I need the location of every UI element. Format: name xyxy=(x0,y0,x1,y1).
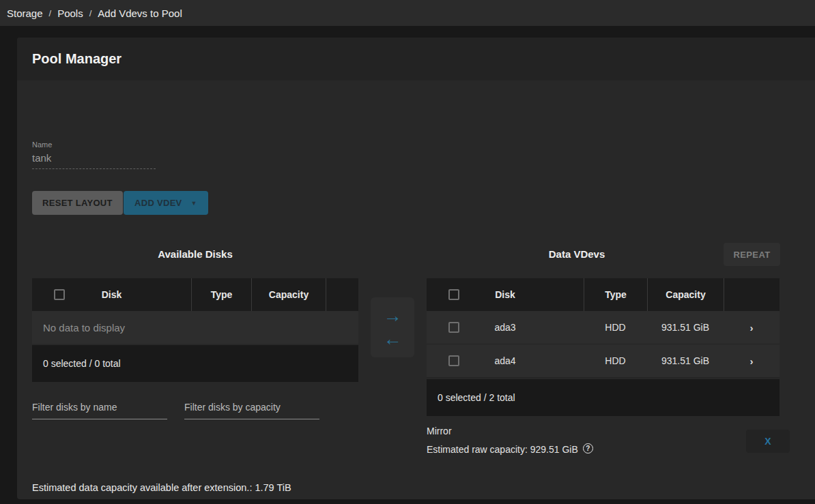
breadcrumb-current: Add Vdevs to Pool xyxy=(98,8,182,19)
filter-name-field xyxy=(32,401,167,419)
estimated-capacity-text: Estimated data capacity available after … xyxy=(32,482,291,493)
disk-cell: ada4 xyxy=(427,344,584,377)
header-disk-cell: Disk xyxy=(427,278,584,311)
column-type: Type xyxy=(191,278,251,311)
column-actions xyxy=(326,278,358,311)
card-body: Name tank RESET LAYOUT ADD VDEV ▼ Availa… xyxy=(17,80,815,499)
header-disk-cell: Disk xyxy=(32,278,191,311)
disk-type: HDD xyxy=(584,311,647,344)
column-capacity: Capacity xyxy=(251,278,326,311)
chevron-down-icon: ▼ xyxy=(191,200,197,207)
column-actions xyxy=(724,278,780,311)
disk-capacity: 931.51 GiB xyxy=(647,311,724,344)
breadcrumb: Storage / Pools / Add Vdevs to Pool xyxy=(0,0,815,26)
table-row[interactable]: ada3 HDD 931.51 GiB › xyxy=(427,311,780,344)
add-vdev-label: ADD VDEV xyxy=(134,198,182,208)
select-all-checkbox[interactable] xyxy=(54,289,65,300)
row-checkbox[interactable] xyxy=(448,322,459,333)
data-vdevs-footer: 0 selected / 2 total xyxy=(427,379,780,416)
reset-layout-button[interactable]: RESET LAYOUT xyxy=(32,191,123,215)
column-type: Type xyxy=(584,278,647,311)
disk-cell: ada3 xyxy=(427,311,584,344)
breadcrumb-storage[interactable]: Storage xyxy=(7,8,43,19)
select-all-checkbox[interactable] xyxy=(448,289,459,300)
pool-name-value: tank xyxy=(32,152,156,169)
remove-vdev-button[interactable]: X xyxy=(746,430,790,453)
disk-name: ada4 xyxy=(494,355,515,366)
table-header: Disk Type Capacity xyxy=(32,278,358,311)
available-disks-table: Disk Type Capacity No data to display 0 … xyxy=(32,278,358,382)
pool-manager-screen: Storage / Pools / Add Vdevs to Pool Pool… xyxy=(0,0,815,504)
vdev-info: Mirror Estimated raw capacity: 929.51 Gi… xyxy=(427,426,593,455)
add-vdev-dropdown-button[interactable]: ADD VDEV ▼ xyxy=(124,191,208,215)
page-title: Pool Manager xyxy=(32,51,121,67)
data-vdevs-table: Disk Type Capacity ada3 HDD 931.51 GiB › xyxy=(427,278,780,416)
disk-type: HDD xyxy=(584,344,647,377)
available-disks-title: Available Disks xyxy=(32,248,358,260)
chevron-right-icon[interactable]: › xyxy=(750,322,754,333)
disk-name: ada3 xyxy=(494,322,515,333)
table-row[interactable]: ada4 HDD 931.51 GiB › xyxy=(427,344,780,378)
filter-disks-by-capacity-input[interactable] xyxy=(184,402,319,419)
column-capacity: Capacity xyxy=(647,278,724,311)
raw-capacity-text: Estimated raw capacity: 929.51 GiB xyxy=(427,444,578,455)
breadcrumb-separator: / xyxy=(49,8,52,18)
row-checkbox[interactable] xyxy=(448,355,459,366)
column-disk: Disk xyxy=(495,289,515,300)
table-header: Disk Type Capacity xyxy=(427,278,780,311)
empty-state: No data to display xyxy=(32,311,358,344)
chevron-right-icon[interactable]: › xyxy=(750,355,754,367)
move-left-arrow-icon[interactable]: ← xyxy=(384,328,402,350)
repeat-button[interactable]: REPEAT xyxy=(724,243,780,266)
disk-capacity: 931.51 GiB xyxy=(647,344,724,377)
card-header: Pool Manager xyxy=(17,38,815,80)
pool-name-field: Name tank xyxy=(32,140,156,169)
data-vdevs-title: Data VDevs xyxy=(427,248,727,260)
move-right-arrow-icon[interactable]: → xyxy=(384,305,402,327)
pool-manager-card: Pool Manager Name tank RESET LAYOUT ADD … xyxy=(17,38,815,499)
filter-disks-by-name-input[interactable] xyxy=(32,402,167,419)
pool-name-label: Name xyxy=(32,140,156,149)
available-disks-footer: 0 selected / 0 total xyxy=(32,345,358,382)
transfer-panel: → ← xyxy=(371,297,414,357)
filter-capacity-field xyxy=(184,401,319,419)
breadcrumb-pools[interactable]: Pools xyxy=(57,8,83,19)
help-icon[interactable]: ? xyxy=(583,443,593,454)
breadcrumb-separator: / xyxy=(89,8,92,18)
column-disk: Disk xyxy=(102,289,122,300)
vdev-type-label: Mirror xyxy=(427,426,593,436)
